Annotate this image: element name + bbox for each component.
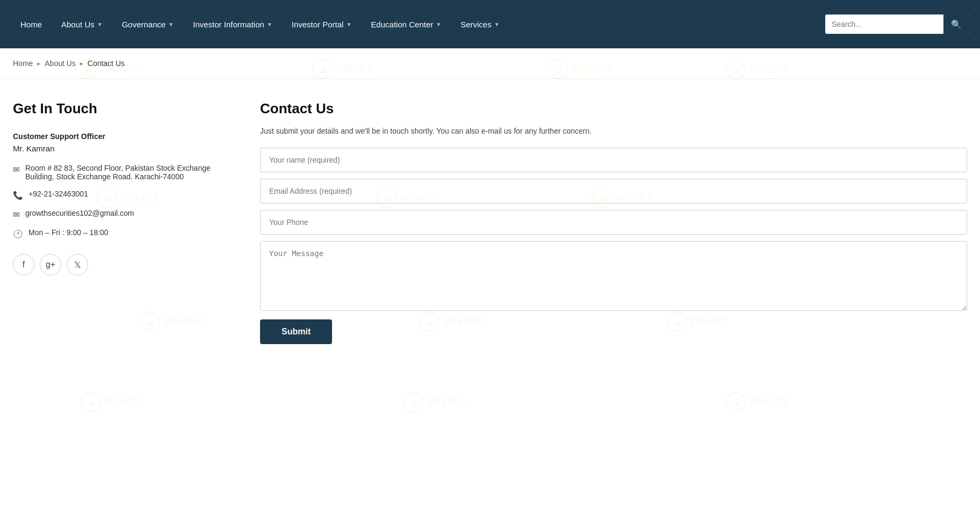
governance-chevron-icon: ▼ [168,21,174,27]
social-links: f g+ 𝕏 [13,254,239,275]
left-column: Get In Touch Customer Support Officer Mr… [13,100,239,344]
main-content: Get In Touch Customer Support Officer Mr… [0,79,980,366]
envelope-icon: ✉ [13,165,20,174]
phone-text: +92-21-32463001 [28,190,88,198]
email-text: growthsecurities102@gmail.com [25,209,134,217]
message-input[interactable] [260,241,967,311]
breadcrumb-arrow-1: ► [36,61,41,67]
phone-icon: 📞 [13,191,23,200]
investor-info-chevron-icon: ▼ [267,21,272,27]
nav-about[interactable]: About Us ▼ [52,0,112,48]
hours-row: 🕐 Mon – Fri : 9:00 – 18:00 [13,228,239,239]
phone-row: 📞 +92-21-32463001 [13,190,239,200]
right-column: Contact Us Just submit your details and … [260,100,967,344]
contact-us-title: Contact Us [260,100,967,117]
facebook-icon: f [23,260,25,269]
email-input[interactable] [260,179,967,203]
get-in-touch-title: Get In Touch [13,100,239,117]
clock-icon: 🕐 [13,229,23,239]
breadcrumb-home[interactable]: Home [13,59,33,68]
nav-items: Home About Us ▼ Governance ▼ Investor In… [11,0,825,48]
education-chevron-icon: ▼ [436,21,441,27]
contact-us-description: Just submit your details and we'll be in… [260,126,967,137]
email-row: ✉ growthsecurities102@gmail.com [13,209,239,220]
twitter-button[interactable]: 𝕏 [67,254,88,275]
breadcrumb-about[interactable]: About Us [45,59,76,68]
services-chevron-icon: ▼ [494,21,500,27]
breadcrumb: Home ► About Us ► Contact Us [0,48,980,79]
hours-text: Mon – Fri : 9:00 – 18:00 [28,228,109,237]
nav-home[interactable]: Home [11,0,52,48]
address-text: Room # 82 83, Second Floor, Pakistan Sto… [25,164,239,181]
search-box: 🔍 [825,14,969,34]
nav-investor-portal[interactable]: Investor Portal ▼ [282,0,362,48]
googleplus-button[interactable]: g+ [40,254,61,275]
contact-role: Customer Support Officer [13,132,239,141]
breadcrumb-current: Contact Us [88,59,125,68]
googleplus-icon: g+ [46,260,55,269]
search-input[interactable] [825,16,943,33]
address-row: ✉ Room # 82 83, Second Floor, Pakistan S… [13,164,239,181]
facebook-button[interactable]: f [13,254,34,275]
search-button[interactable]: 🔍 [943,14,969,34]
breadcrumb-arrow-2: ► [79,61,84,67]
about-chevron-icon: ▼ [97,21,103,27]
email-icon: ✉ [13,210,20,220]
phone-input[interactable] [260,210,967,235]
contact-name: Mr. Kamran [13,144,239,153]
twitter-icon: 𝕏 [74,260,81,270]
submit-button[interactable]: Submit [260,319,332,344]
investor-portal-chevron-icon: ▼ [346,21,351,27]
nav-investor-info[interactable]: Investor Information ▼ [183,0,282,48]
name-input[interactable] [260,148,967,172]
nav-education[interactable]: Education Center ▼ [361,0,451,48]
navbar: Home About Us ▼ Governance ▼ Investor In… [0,0,980,48]
nav-services[interactable]: Services ▼ [451,0,509,48]
nav-governance[interactable]: Governance ▼ [112,0,184,48]
